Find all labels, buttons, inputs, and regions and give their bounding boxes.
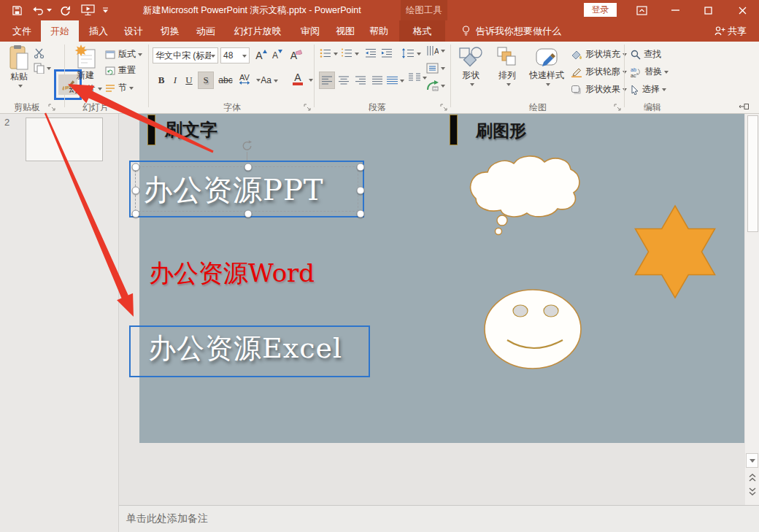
columns-button[interactable]	[409, 73, 427, 82]
shrink-font-button[interactable]: A	[270, 47, 285, 63]
tell-me-box[interactable]: 告诉我你想要做什么	[476, 20, 561, 42]
tab-file[interactable]: 文件	[6, 20, 38, 42]
paste-dropdown-caret[interactable]	[18, 85, 23, 90]
shapes-caret[interactable]	[470, 83, 474, 88]
reset-button[interactable]: 重置	[105, 64, 136, 77]
line-spacing-button[interactable]	[401, 48, 421, 58]
clear-formatting-button[interactable]: A	[289, 47, 305, 63]
pin-ribbon-button[interactable]	[739, 102, 750, 111]
copy-button[interactable]	[34, 63, 51, 74]
resize-handle-ne[interactable]	[357, 163, 365, 171]
resize-handle-sw[interactable]	[132, 210, 140, 218]
find-button[interactable]: 查找	[631, 48, 661, 61]
section-button[interactable]: 节	[105, 82, 134, 94]
cut-button[interactable]	[34, 48, 45, 58]
distribute-caret[interactable]	[400, 80, 404, 85]
tab-format[interactable]: 格式	[399, 20, 445, 42]
shape-effects-button[interactable]: 形状效果	[571, 83, 627, 96]
scrollbar-thumb[interactable]	[747, 115, 758, 232]
layout-caret[interactable]	[138, 53, 142, 58]
maximize-button[interactable]	[696, 0, 720, 20]
shape-fill-caret[interactable]	[623, 53, 627, 58]
save-button[interactable]	[7, 0, 26, 20]
resize-handle-e[interactable]	[357, 187, 365, 195]
undo-button[interactable]	[29, 0, 47, 20]
font-color-button[interactable]: A	[290, 71, 305, 87]
rotate-handle[interactable]	[241, 139, 253, 152]
share-button[interactable]: 共享	[728, 20, 747, 42]
textbox-ppt-text[interactable]: 办公资源PPT	[143, 170, 324, 210]
character-spacing-caret[interactable]	[256, 79, 261, 84]
cloud-bubble-large[interactable]	[497, 215, 507, 225]
arrange-caret[interactable]	[506, 83, 511, 88]
bold-button[interactable]: B	[155, 72, 168, 88]
align-text-button[interactable]	[426, 63, 445, 74]
increase-indent-button[interactable]	[381, 48, 393, 58]
previous-slide-button[interactable]	[747, 472, 757, 482]
text-direction-caret[interactable]	[441, 50, 445, 55]
tab-transitions[interactable]: 切换	[153, 20, 187, 42]
font-dialog-launcher[interactable]	[304, 104, 312, 112]
tab-home[interactable]: 开始	[41, 20, 79, 42]
align-center-button[interactable]	[336, 72, 351, 88]
new-slide-button[interactable]: 新建 幻灯片	[67, 45, 104, 96]
strikethrough-button[interactable]: abc	[217, 72, 234, 88]
smiley-face-shape[interactable]	[485, 290, 581, 369]
font-size-caret[interactable]	[242, 55, 247, 60]
resize-handle-nw[interactable]	[132, 163, 140, 171]
shape-fill-button[interactable]: 形状填充	[571, 48, 627, 61]
decrease-indent-button[interactable]	[365, 48, 377, 58]
change-case-button[interactable]: Aa	[261, 72, 277, 88]
replace-button[interactable]: abac 替换	[631, 66, 669, 78]
font-size-combo[interactable]: 48	[220, 47, 250, 63]
tab-review[interactable]: 审阅	[293, 20, 327, 42]
shape-outline-caret[interactable]	[623, 71, 627, 76]
arrange-button[interactable]: 排列	[490, 46, 524, 87]
resize-handle-se[interactable]	[357, 210, 365, 218]
customize-qat-button[interactable]	[99, 0, 111, 20]
shapes-button[interactable]: 形状	[454, 46, 488, 87]
justify-button[interactable]	[370, 72, 385, 88]
resize-handle-s[interactable]	[244, 210, 253, 218]
ribbon-display-options-button[interactable]	[629, 0, 654, 20]
font-color-caret[interactable]	[309, 79, 313, 84]
font-name-caret[interactable]	[211, 55, 215, 60]
cloud-bubble-small[interactable]	[496, 228, 502, 235]
drawing-dialog-launcher[interactable]	[614, 104, 623, 112]
tab-help[interactable]: 帮助	[363, 20, 395, 42]
text-direction-button[interactable]: A	[426, 45, 445, 56]
new-slide-caret[interactable]	[98, 88, 102, 93]
quick-styles-caret[interactable]	[546, 83, 550, 88]
bullets-caret[interactable]	[334, 53, 338, 58]
close-button[interactable]	[730, 0, 755, 20]
start-slideshow-button[interactable]	[77, 0, 98, 20]
font-name-combo[interactable]: 华文中宋 (标题	[153, 47, 218, 63]
section-caret[interactable]	[129, 87, 134, 92]
character-spacing-button[interactable]: AV	[236, 71, 253, 87]
tab-view[interactable]: 视图	[328, 20, 362, 42]
minimize-button[interactable]	[663, 0, 687, 20]
resize-handle-w[interactable]	[132, 187, 140, 195]
align-right-button[interactable]	[353, 72, 368, 88]
scroll-down-button[interactable]	[746, 453, 758, 468]
text-shadow-button[interactable]: S	[199, 72, 213, 88]
replace-caret[interactable]	[664, 71, 669, 76]
tab-animations[interactable]: 动画	[189, 20, 223, 42]
tab-insert[interactable]: 插入	[82, 20, 115, 42]
select-caret[interactable]	[662, 88, 666, 93]
text-word[interactable]: 办公资源Word	[149, 257, 315, 290]
bullets-button[interactable]	[320, 48, 338, 58]
columns-caret[interactable]	[423, 77, 427, 82]
paste-button[interactable]: 粘贴	[4, 45, 34, 88]
convert-smartart-caret[interactable]	[441, 85, 445, 90]
underline-button[interactable]: U	[182, 72, 196, 88]
line-spacing-caret[interactable]	[417, 53, 421, 58]
italic-button[interactable]: I	[169, 72, 181, 88]
paragraph-dialog-launcher[interactable]	[440, 104, 449, 112]
align-left-button[interactable]	[320, 72, 334, 88]
distribute-button[interactable]	[387, 72, 404, 88]
change-case-caret[interactable]	[274, 80, 278, 85]
shape-effects-caret[interactable]	[623, 88, 627, 93]
sign-in-button[interactable]: 登录	[584, 3, 617, 17]
redo-button[interactable]	[55, 0, 74, 20]
